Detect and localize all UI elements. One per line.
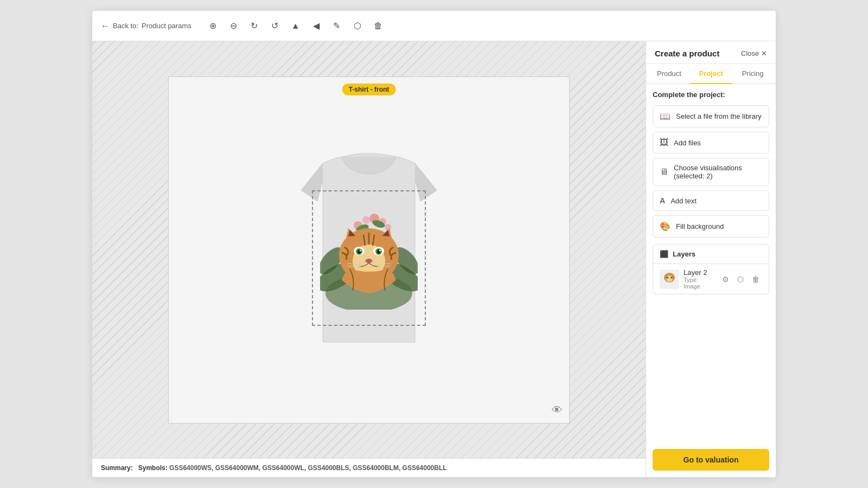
design-area xyxy=(312,190,426,326)
symbols-label: Symbols: xyxy=(138,464,168,472)
layer-delete-button[interactable]: 🗑 xyxy=(749,273,762,286)
tab-pricing[interactable]: Pricing xyxy=(732,64,774,84)
fill-background-button[interactable]: 🎨 Fill background xyxy=(653,215,769,237)
back-label: Back to: xyxy=(113,22,138,30)
svg-point-6 xyxy=(362,216,370,224)
canvas-inner: T-shirt - front xyxy=(168,76,570,423)
fill-background-icon: 🎨 xyxy=(660,221,671,232)
tab-project[interactable]: Project xyxy=(690,64,732,84)
visualisations-icon: 🖥 xyxy=(660,167,668,177)
tab-product[interactable]: Product xyxy=(648,64,690,84)
layers-icon: ⬛ xyxy=(660,250,668,258)
tiger-art xyxy=(320,207,418,310)
choose-visualisations-button[interactable]: 🖥 Choose visualisations (selected: 2) xyxy=(653,158,769,186)
flag-button[interactable]: ▲ xyxy=(287,17,304,35)
summary-bar: Summary: Symbols: GSS64000WS, GSS64000WM… xyxy=(92,458,646,477)
refresh-button[interactable]: ↻ xyxy=(246,17,263,35)
layer-thumbnail xyxy=(660,269,679,289)
top-bar: ← Back to: Product params ⊕ ⊖ ↻ ↺ ▲ ◀ ✎ … xyxy=(92,11,776,41)
svg-point-21 xyxy=(379,249,381,251)
svg-point-28 xyxy=(666,275,673,282)
add-text-button[interactable]: A Add text xyxy=(653,190,769,211)
panel-header: Create a product Close ✕ xyxy=(646,41,776,64)
tshirt-illustration xyxy=(279,142,458,358)
expand-button[interactable]: ⬡ xyxy=(349,17,366,35)
delete-button[interactable]: 🗑 xyxy=(369,17,387,35)
rotate-button[interactable]: ↺ xyxy=(266,17,284,35)
back-link[interactable]: ← Back to: Product params xyxy=(101,21,192,31)
svg-point-9 xyxy=(385,224,391,230)
close-button[interactable]: Close ✕ xyxy=(741,49,767,57)
layer-name: Layer 2 xyxy=(684,268,714,277)
zoom-in-button[interactable]: ⊕ xyxy=(205,17,222,35)
back-target: Product params xyxy=(142,22,192,30)
layer-item: Layer 2 Type: Image ⚙ ⬡ 🗑 xyxy=(653,264,769,294)
canvas-wrapper: T-shirt - front xyxy=(92,41,646,458)
add-files-label: Add files xyxy=(674,139,701,147)
add-text-icon: A xyxy=(660,196,665,205)
summary-label: Summary: xyxy=(101,464,133,472)
symbols-text: GSS64000WS, GSS64000WM, GSS64000WL, GSS4… xyxy=(169,464,447,472)
zoom-out-button[interactable]: ⊖ xyxy=(225,17,242,35)
layer-duplicate-button[interactable]: ⬡ xyxy=(734,273,747,286)
fill-background-label: Fill background xyxy=(676,222,724,230)
svg-point-22 xyxy=(366,259,372,263)
layers-header: ⬛ Layers xyxy=(653,244,769,264)
toolbar: ⊕ ⊖ ↻ ↺ ▲ ◀ ✎ ⬡ 🗑 xyxy=(205,17,387,35)
close-label: Close xyxy=(741,49,759,57)
panel-content: Complete the project: 📖 Select a file fr… xyxy=(646,84,776,442)
library-label: Select a file from the library xyxy=(676,112,762,120)
layers-label: Layers xyxy=(673,250,695,258)
svg-point-29 xyxy=(666,277,668,278)
canvas-area: T-shirt - front xyxy=(92,41,646,477)
complete-label: Complete the project: xyxy=(653,91,769,99)
svg-point-30 xyxy=(671,277,673,278)
layer-info: Layer 2 Type: Image xyxy=(684,268,714,290)
view-label: T-shirt - front xyxy=(342,84,396,95)
library-icon: 📖 xyxy=(660,111,671,121)
visualisations-label: Choose visualisations (selected: 2) xyxy=(674,164,762,180)
layer-type: Type: Image xyxy=(684,277,714,290)
layer-actions: ⚙ ⬡ 🗑 xyxy=(719,273,762,286)
eye-icon[interactable]: 👁 xyxy=(552,404,563,416)
svg-point-20 xyxy=(360,249,361,251)
layer-settings-button[interactable]: ⚙ xyxy=(719,273,732,286)
select-library-button[interactable]: 📖 Select a file from the library xyxy=(653,105,769,127)
back-arrow-icon: ← xyxy=(101,21,110,31)
add-text-label: Add text xyxy=(671,197,697,205)
main-container: ← Back to: Product params ⊕ ⊖ ↻ ↺ ▲ ◀ ✎ … xyxy=(92,11,776,477)
back-button[interactable]: ◀ xyxy=(308,17,325,35)
right-panel: Create a product Close ✕ Product Project… xyxy=(646,41,776,477)
add-files-icon: 🖼 xyxy=(660,138,668,147)
edit-button[interactable]: ✎ xyxy=(328,17,346,35)
close-icon: ✕ xyxy=(761,49,767,57)
panel-title: Create a product xyxy=(655,49,719,58)
add-files-button[interactable]: 🖼 Add files xyxy=(653,132,769,153)
go-to-valuation-button[interactable]: Go to valuation xyxy=(653,449,769,471)
layers-section: ⬛ Layers Layer xyxy=(653,244,769,294)
panel-tabs: Product Project Pricing xyxy=(646,64,776,84)
content-area: T-shirt - front xyxy=(92,41,776,477)
